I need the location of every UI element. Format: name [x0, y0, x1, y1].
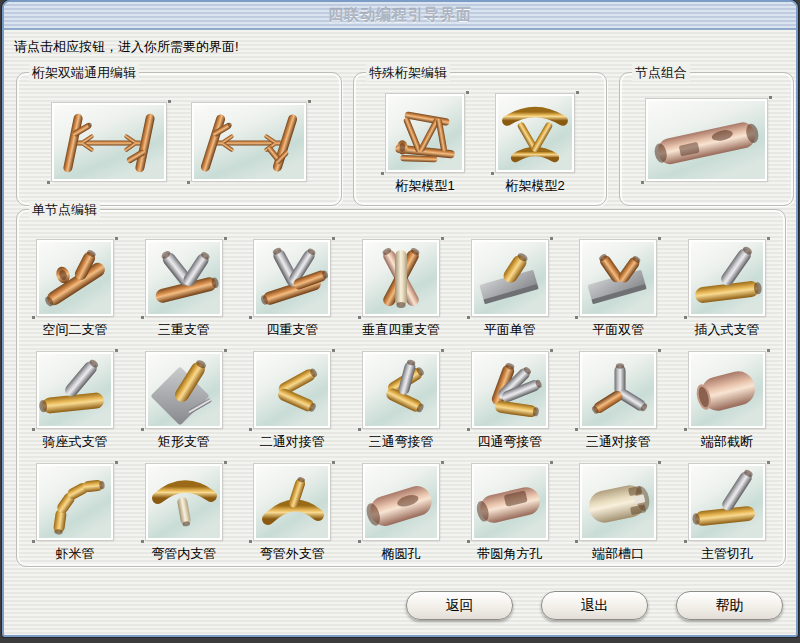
tool-button-saddle-branch[interactable]: 骑座式支管 [37, 352, 113, 451]
tool-button-truss-both-ends-1[interactable] [52, 103, 166, 181]
two-way-butt-icon [254, 352, 330, 428]
group-truss-general-label: 桁架双端通用编辑 [29, 64, 139, 81]
tool-button-rect-branch[interactable]: 矩形支管 [146, 352, 222, 451]
help-button[interactable]: 帮助 [676, 591, 783, 620]
group-node-combo: 节点组合 [619, 72, 794, 206]
saddle-branch-icon [37, 352, 113, 428]
main-pipe-cut-hole-icon [689, 464, 765, 540]
tool-button-three-way-bend[interactable]: 三通弯接管 [363, 352, 439, 451]
triple-branch-icon [146, 240, 222, 316]
tool-button-rounded-square-hole[interactable]: 带圆角方孔 [472, 464, 548, 563]
combined-node-icon [646, 99, 767, 181]
tool-button-space-two-branch[interactable]: 空间二支管 [37, 240, 113, 339]
tool-button-end-notch[interactable]: 端部槽口 [580, 464, 656, 563]
tile-label: 二通对接管 [260, 433, 325, 451]
tool-button-bend-outer-branch[interactable]: 弯管外支管 [254, 464, 330, 563]
tool-button-truss-model-2[interactable]: 桁架模型2 [496, 94, 574, 195]
truss-both-ends-1-icon [52, 103, 166, 181]
application-window: 四联动编程引导界面 请点击相应按钮，进入你所需要的界面! 桁架双端通用编辑 特殊… [2, 0, 798, 637]
tile-label: 端部槽口 [592, 545, 644, 563]
quad-branch-icon [254, 240, 330, 316]
tile-label: 骑座式支管 [43, 433, 108, 451]
group-truss-general: 桁架双端通用编辑 [16, 72, 342, 206]
tool-button-combined-node[interactable] [646, 99, 767, 181]
rect-branch-icon [146, 352, 222, 428]
tool-button-plane-single-pipe[interactable]: 平面单管 [472, 240, 548, 339]
tile-label: 三通对接管 [586, 433, 651, 451]
tile-label: 端部截断 [701, 433, 753, 451]
single-node-buttons: 空间二支管三重支管四重支管垂直四重支管平面单管平面双管插入式支管骑座式支管矩形支… [17, 210, 785, 563]
node-combo-buttons [620, 73, 793, 181]
tool-button-oval-hole[interactable]: 椭圆孔 [363, 464, 439, 563]
tile-label: 四重支管 [266, 321, 318, 339]
truss-model-1-icon [386, 94, 464, 172]
tool-button-end-truncate[interactable]: 端部截断 [689, 352, 765, 451]
group-truss-special-label: 特殊桁架编辑 [366, 64, 450, 81]
tile-label: 插入式支管 [694, 321, 759, 339]
shrimp-elbow-icon [37, 464, 113, 540]
tile-label: 三通弯接管 [368, 433, 433, 451]
plane-double-pipe-icon [580, 240, 656, 316]
tile-label: 三重支管 [158, 321, 210, 339]
tile-label: 弯管外支管 [260, 545, 325, 563]
truss-special-buttons: 桁架模型1桁架模型2 [354, 73, 606, 195]
truss-model-2-icon [496, 94, 574, 172]
tool-button-main-pipe-cut-hole[interactable]: 主管切孔 [689, 464, 765, 563]
three-way-butt-icon [580, 352, 656, 428]
vertical-quad-branch-icon [363, 240, 439, 316]
tile-label: 桁架模型1 [395, 177, 454, 195]
tile-label: 带圆角方孔 [477, 545, 542, 563]
three-way-bend-icon [363, 352, 439, 428]
insert-branch-icon [689, 240, 765, 316]
tile-label: 桁架模型2 [505, 177, 564, 195]
footer-buttons: 返回 退出 帮助 [406, 591, 783, 620]
tile-label: 平面单管 [484, 321, 536, 339]
tile-label: 椭圆孔 [381, 545, 420, 563]
back-button[interactable]: 返回 [406, 591, 513, 620]
instruction-text: 请点击相应按钮，进入你所需要的界面! [14, 38, 239, 56]
group-node-combo-label: 节点组合 [632, 64, 690, 81]
four-way-bend-icon [472, 352, 548, 428]
tool-button-truss-both-ends-2[interactable] [192, 103, 306, 181]
end-truncate-icon [689, 352, 765, 428]
tool-button-insert-branch[interactable]: 插入式支管 [689, 240, 765, 339]
group-single-node: 单节点编辑 空间二支管三重支管四重支管垂直四重支管平面单管平面双管插入式支管骑座… [16, 209, 786, 567]
rounded-square-hole-icon [472, 464, 548, 540]
tile-label: 虾米管 [56, 545, 95, 563]
tool-button-quad-branch[interactable]: 四重支管 [254, 240, 330, 339]
bend-inner-branch-icon [146, 464, 222, 540]
space-two-branch-icon [37, 240, 113, 316]
tool-button-truss-model-1[interactable]: 桁架模型1 [386, 94, 464, 195]
end-notch-icon [580, 464, 656, 540]
tool-button-shrimp-elbow[interactable]: 虾米管 [37, 464, 113, 563]
tile-label: 空间二支管 [43, 321, 108, 339]
exit-button[interactable]: 退出 [541, 591, 648, 620]
tile-label: 矩形支管 [158, 433, 210, 451]
group-single-node-label: 单节点编辑 [29, 201, 100, 218]
titlebar[interactable]: 四联动编程引导界面 [4, 2, 796, 30]
tool-button-two-way-butt[interactable]: 二通对接管 [254, 352, 330, 451]
bend-outer-branch-icon [254, 464, 330, 540]
tile-label: 主管切孔 [701, 545, 753, 563]
tile-label: 垂直四重支管 [362, 321, 440, 339]
tile-label: 弯管内支管 [151, 545, 216, 563]
tool-button-bend-inner-branch[interactable]: 弯管内支管 [146, 464, 222, 563]
tool-button-vertical-quad-branch[interactable]: 垂直四重支管 [363, 240, 439, 339]
tile-label: 四通弯接管 [477, 433, 542, 451]
tool-button-plane-double-pipe[interactable]: 平面双管 [580, 240, 656, 339]
truss-both-ends-2-icon [192, 103, 306, 181]
truss-general-buttons [17, 73, 341, 181]
tool-button-four-way-bend[interactable]: 四通弯接管 [472, 352, 548, 451]
tile-label: 平面双管 [592, 321, 644, 339]
window-title: 四联动编程引导界面 [328, 6, 472, 25]
group-truss-special: 特殊桁架编辑 桁架模型1桁架模型2 [353, 72, 607, 206]
tool-button-three-way-butt[interactable]: 三通对接管 [580, 352, 656, 451]
plane-single-pipe-icon [472, 240, 548, 316]
tool-button-triple-branch[interactable]: 三重支管 [146, 240, 222, 339]
oval-hole-icon [363, 464, 439, 540]
